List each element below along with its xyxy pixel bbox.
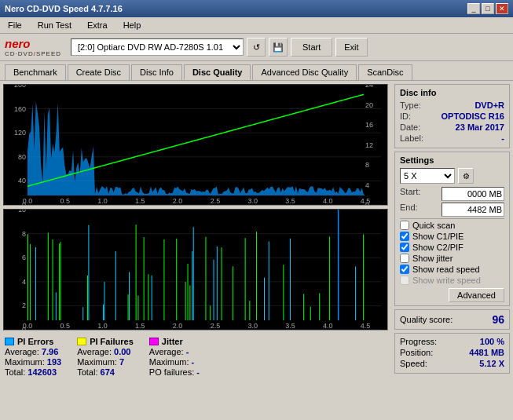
jitter-stats: Jitter Average: - Maximum: - PO failures… xyxy=(149,337,200,377)
settings-icon[interactable]: ⚙ xyxy=(458,168,474,184)
disc-info-title: Disc info xyxy=(400,88,504,97)
show-jitter-row: Show jitter xyxy=(400,254,504,263)
start-mb-field[interactable] xyxy=(442,187,504,201)
show-c1-pie-label: Show C1/PIE xyxy=(412,232,464,241)
speed-row: Speed: 5.12 X xyxy=(400,359,504,368)
show-read-speed-checkbox[interactable] xyxy=(400,265,409,274)
main-content: PI Errors Average: 7.96 Maximum: 193 Tot… xyxy=(0,80,513,417)
quick-scan-checkbox[interactable] xyxy=(400,221,409,230)
divider-1 xyxy=(400,218,504,219)
tab-create-disc[interactable]: Create Disc xyxy=(68,64,130,80)
disc-date-label: Date: xyxy=(400,122,420,132)
disc-type-row: Type: DVD+R xyxy=(400,100,504,110)
quality-panel: Quality score: 96 xyxy=(394,309,510,330)
menu-file[interactable]: File xyxy=(3,19,27,31)
disc-label-row: Label: - xyxy=(400,133,504,143)
pi-failures-stats: PI Failures Average: 0.00 Maximum: 7 Tot… xyxy=(77,337,134,377)
show-c2-pif-checkbox[interactable] xyxy=(400,243,409,252)
menu-extra[interactable]: Extra xyxy=(82,19,112,31)
end-mb-row: End: xyxy=(400,203,504,217)
toolbar: nero CD·DVD/SPEED [2:0] Optiarc DVD RW A… xyxy=(0,34,513,61)
position-label: Position: xyxy=(400,348,433,357)
exit-button[interactable]: Exit xyxy=(335,38,367,57)
disc-info-panel: Disc info Type: DVD+R ID: OPTODISC R16 D… xyxy=(394,84,510,148)
start-mb-row: Start: xyxy=(400,187,504,201)
disc-type-value: DVD+R xyxy=(475,100,504,110)
tab-disc-info[interactable]: Disc Info xyxy=(131,64,182,80)
window-title: Nero CD-DVD Speed 4.7.7.16 xyxy=(5,4,123,13)
show-c2-pif-label: Show C2/PIF xyxy=(412,243,464,252)
end-mb-field[interactable] xyxy=(442,203,504,217)
tab-disc-quality[interactable]: Disc Quality xyxy=(184,64,251,80)
title-bar: Nero CD-DVD Speed 4.7.7.16 _ □ ✕ xyxy=(0,0,513,17)
pi-failures-legend xyxy=(77,338,86,345)
quick-scan-label: Quick scan xyxy=(412,221,455,230)
progress-row: Progress: 100 % xyxy=(400,337,504,346)
quality-row: Quality score: 96 xyxy=(400,313,504,326)
show-write-speed-row: Show write speed xyxy=(400,276,504,285)
show-write-speed-label: Show write speed xyxy=(412,276,481,285)
menu-help[interactable]: Help xyxy=(119,19,146,31)
disc-date-value: 23 Mar 2017 xyxy=(456,122,504,132)
quick-scan-row: Quick scan xyxy=(400,221,504,230)
top-chart xyxy=(3,84,388,206)
disc-date-row: Date: 23 Mar 2017 xyxy=(400,122,504,132)
progress-label: Progress: xyxy=(400,337,437,346)
chart-area: PI Errors Average: 7.96 Maximum: 193 Tot… xyxy=(0,81,391,417)
tab-advanced-disc-quality[interactable]: Advanced Disc Quality xyxy=(252,64,357,80)
right-panel: Disc info Type: DVD+R ID: OPTODISC R16 D… xyxy=(391,81,513,417)
pi-errors-label: PI Errors xyxy=(5,337,61,346)
disc-id-value: OPTODISC R16 xyxy=(442,111,505,121)
disc-id-label: ID: xyxy=(400,111,411,121)
refresh-icon[interactable]: ↺ xyxy=(247,38,266,57)
tab-bar: Benchmark Create Disc Disc Info Disc Qua… xyxy=(0,61,513,80)
show-c1-pie-row: Show C1/PIE xyxy=(400,232,504,241)
close-button[interactable]: ✕ xyxy=(496,3,508,14)
quality-value: 96 xyxy=(492,313,504,326)
speed-selector[interactable]: 5 X xyxy=(400,168,455,184)
pi-failures-label: PI Failures xyxy=(77,337,134,346)
position-value: 4481 MB xyxy=(469,348,504,357)
settings-panel: Settings 5 X ⚙ Start: End: Quick scan xyxy=(394,152,510,306)
quality-label: Quality score: xyxy=(400,315,453,324)
tab-scandisc[interactable]: ScanDisc xyxy=(358,64,412,80)
jitter-legend xyxy=(149,338,159,345)
speed-value: 5.12 X xyxy=(479,359,504,368)
maximize-button[interactable]: □ xyxy=(482,3,494,14)
stats-row: PI Errors Average: 7.96 Maximum: 193 Tot… xyxy=(3,334,388,380)
menu-bar: File Run Test Extra Help xyxy=(0,17,513,34)
show-jitter-checkbox[interactable] xyxy=(400,254,409,263)
show-read-speed-label: Show read speed xyxy=(412,265,480,274)
disc-id-row: ID: OPTODISC R16 xyxy=(400,111,504,121)
show-write-speed-checkbox xyxy=(400,276,409,285)
show-c1-pie-checkbox[interactable] xyxy=(400,232,409,241)
progress-panel: Progress: 100 % Position: 4481 MB Speed:… xyxy=(394,333,510,374)
window-controls[interactable]: _ □ ✕ xyxy=(467,3,508,14)
speed-row: 5 X ⚙ xyxy=(400,168,504,184)
nero-logo: nero CD·DVD/SPEED xyxy=(5,37,61,57)
save-icon[interactable]: 💾 xyxy=(269,38,288,57)
start-button[interactable]: Start xyxy=(291,38,332,57)
show-read-speed-row: Show read speed xyxy=(400,265,504,274)
show-jitter-label: Show jitter xyxy=(412,254,453,263)
menu-run-test[interactable]: Run Test xyxy=(33,19,76,31)
start-mb-label: Start: xyxy=(400,187,420,201)
bottom-chart xyxy=(3,209,388,331)
pi-errors-legend xyxy=(5,338,14,345)
show-c2-pif-row: Show C2/PIF xyxy=(400,243,504,252)
minimize-button[interactable]: _ xyxy=(467,3,480,14)
disc-label-value: - xyxy=(501,133,504,143)
disc-label-label: Label: xyxy=(400,133,423,143)
disc-type-label: Type: xyxy=(400,100,421,110)
tab-benchmark[interactable]: Benchmark xyxy=(5,64,66,80)
drive-selector[interactable]: [2:0] Optiarc DVD RW AD-7280S 1.01 xyxy=(71,38,244,56)
jitter-label: Jitter xyxy=(149,337,200,346)
progress-value: 100 % xyxy=(480,337,504,346)
speed-label: Speed: xyxy=(400,359,427,368)
end-mb-label: End: xyxy=(400,203,418,217)
position-row: Position: 4481 MB xyxy=(400,348,504,357)
advanced-button[interactable]: Advanced xyxy=(449,288,504,302)
pi-errors-stats: PI Errors Average: 7.96 Maximum: 193 Tot… xyxy=(5,337,61,377)
settings-title: Settings xyxy=(400,155,504,165)
